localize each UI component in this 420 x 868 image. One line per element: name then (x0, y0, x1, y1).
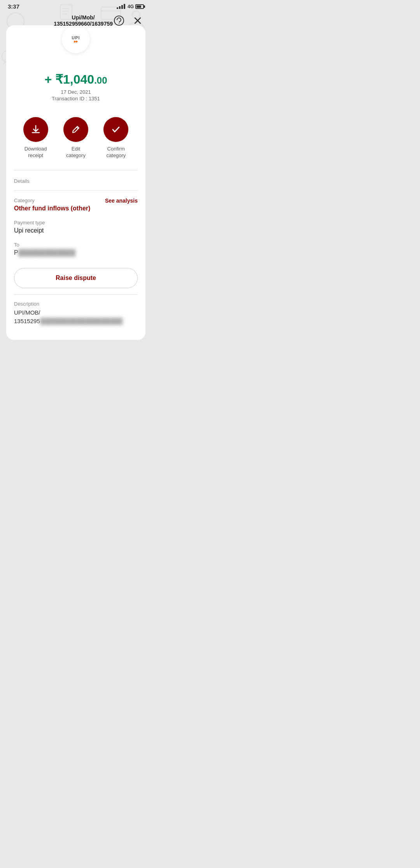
network-type: 4G (128, 4, 134, 9)
raise-dispute-button[interactable]: Raise dispute (14, 268, 138, 288)
edit-category-button[interactable]: Edit category (63, 117, 88, 159)
close-button[interactable] (131, 14, 144, 27)
transaction-id: Transaction ID : 1351 (14, 96, 138, 102)
description-label: Description (14, 301, 138, 307)
description-section: Description UPI/MOB/ 13515295███████████… (6, 298, 145, 331)
transaction-amount: + ₹1,040.00 (14, 72, 138, 87)
to-label: To (14, 242, 138, 248)
signal-icon (117, 4, 125, 9)
to-value: P█████████████ (14, 249, 138, 256)
category-value: Other fund inflows (other) (14, 205, 105, 212)
divider-3 (14, 294, 138, 295)
description-value: UPI/MOB/ 13515295████████████████████ (14, 308, 138, 326)
confirm-category-label: Confirm category (106, 146, 126, 159)
svg-point-10 (119, 23, 119, 24)
svg-point-9 (114, 16, 124, 25)
see-analysis-button[interactable]: See analysis (105, 198, 138, 204)
payment-type-label: Payment type (14, 220, 138, 226)
page-title: Upi/Mob/ 135152959660/1639759 (54, 14, 113, 27)
edit-icon-circle (63, 117, 88, 142)
download-icon-circle (23, 117, 48, 142)
confirm-icon-circle (103, 117, 128, 142)
download-receipt-label: Download receipt (24, 146, 47, 159)
amount-section: + ₹1,040.00 17 Dec, 2021 Transaction ID … (6, 53, 145, 109)
download-receipt-button[interactable]: Download receipt (23, 117, 48, 159)
payment-type-row: Payment type Upi receipt (6, 216, 145, 238)
actions-row: Download receipt Edit category Confirm c… (6, 109, 145, 167)
category-label: Category (14, 198, 105, 203)
support-button[interactable] (113, 14, 125, 27)
divider-2 (14, 190, 138, 191)
edit-category-label: Edit category (66, 146, 86, 159)
details-label: Details (6, 173, 145, 187)
to-row: To P█████████████ (6, 238, 145, 260)
status-time: 3:37 (8, 3, 19, 10)
payment-type-value: Upi receipt (14, 227, 138, 234)
transaction-date: 17 Dec, 2021 (14, 89, 138, 95)
status-icons: 4G (117, 4, 144, 9)
divider-1 (14, 170, 138, 170)
confirm-category-button[interactable]: Confirm category (103, 117, 128, 159)
main-card: UPI ▶▶ + ₹1,040.00 17 Dec, 2021 Transact… (6, 25, 145, 340)
category-row: Category Other fund inflows (other) See … (6, 194, 145, 216)
battery-icon (135, 4, 144, 9)
